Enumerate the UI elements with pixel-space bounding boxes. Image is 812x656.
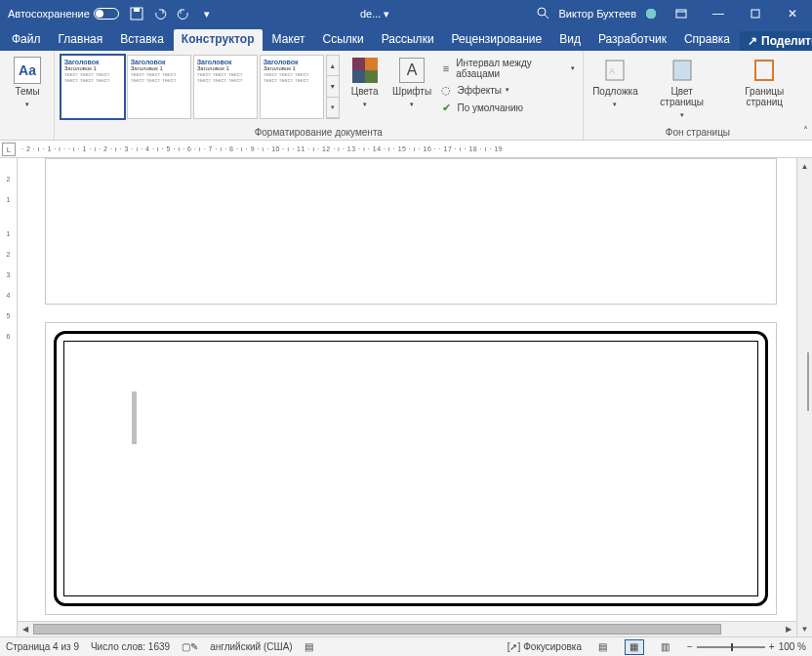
svg-rect-10 [755,61,773,80]
share-icon: ↗ [748,34,757,48]
scroll-right-icon[interactable]: ▶ [781,622,796,636]
page-color-button[interactable]: Цвет страницы ▾ [645,55,719,122]
tab-layout[interactable]: Макет [264,29,313,51]
group-document-formatting: ЗаголовокЗаголовок 1текст текст текст те… [55,51,584,140]
tab-view[interactable]: Вид [551,29,589,51]
watermark-icon: A [601,57,629,84]
scroll-thumb[interactable] [807,352,809,411]
zoom-out-icon[interactable]: − [687,641,693,652]
gallery-down-icon[interactable]: ▼ [327,76,339,97]
spellcheck-icon[interactable]: ▢✎ [182,641,198,652]
group-page-background: A Подложка ▾ Цвет страницы ▾ Границы стр… [584,51,812,140]
fonts-button[interactable]: A Шрифты ▾ [390,55,434,111]
scroll-left-icon[interactable]: ◀ [18,622,33,636]
scroll-thumb-h[interactable] [33,624,721,635]
scrollbar-vertical[interactable]: ▲ ▼ [796,158,812,636]
colors-label: Цвета [351,86,379,97]
spacing-label: Интервал между абзацами [456,58,567,79]
tab-help[interactable]: Справка [676,29,738,51]
svg-rect-1 [134,8,140,12]
zoom-control[interactable]: − + 100 % [687,641,806,652]
avatar-icon[interactable] [642,5,660,22]
page-previous[interactable] [45,158,777,305]
gallery-more-icon[interactable]: ▾ [327,98,339,118]
tab-mailings[interactable]: Рассылки [374,29,442,51]
user-name: Виктор Бухтеев [559,8,636,20]
close-button[interactable]: ✕ [777,0,808,27]
tab-selector-icon[interactable]: L [2,143,16,156]
scroll-down-icon[interactable]: ▼ [797,621,812,636]
page-canvas[interactable] [18,158,812,636]
minimize-button[interactable]: — [703,0,734,27]
style-gallery[interactable]: ЗаголовокЗаголовок 1текст текст текст те… [61,55,340,119]
focus-mode-button[interactable]: [➚]Фокусировка [508,641,582,652]
themes-button[interactable]: Aa Темы ▾ [6,55,49,111]
title-bar: Автосохранение ▾ de... ▾ Виктор Бухтеев … [0,0,812,27]
autosave-label: Автосохранение [8,8,90,20]
share-button[interactable]: ↗ Поделиться [740,31,812,51]
chevron-down-icon: ▾ [363,99,367,109]
ribbon-tabs: Файл Главная Вставка Конструктор Макет С… [0,27,812,51]
ruler-horizontal[interactable]: L · 2 · ı · 1 · ı · · ı · 1 · ı · 2 · ı … [0,141,812,158]
svg-point-2 [538,8,546,16]
focus-icon: [➚] [508,641,521,652]
scroll-track-h[interactable] [33,622,781,636]
read-mode-icon[interactable]: ▤ [593,639,613,655]
status-words[interactable]: Число слов: 1639 [91,641,170,652]
status-language[interactable]: английский (США) [210,641,293,652]
page-current[interactable] [45,322,777,615]
set-default-button[interactable]: ✔По умолчанию [437,100,576,115]
svg-line-3 [545,15,548,19]
tab-file[interactable]: Файл [4,29,49,51]
tab-review[interactable]: Рецензирование [444,29,550,51]
effects-button[interactable]: ◌Эффекты▾ [437,82,576,98]
web-layout-icon[interactable]: ▥ [656,639,675,655]
redo-icon[interactable] [176,6,191,21]
maximize-button[interactable] [740,0,771,27]
default-label: По умолчанию [457,102,523,113]
tab-insert[interactable]: Вставка [112,29,172,51]
print-layout-icon[interactable]: ▦ [625,639,644,655]
search-icon[interactable] [536,6,549,21]
tab-design[interactable]: Конструктор [174,29,263,51]
formatting-stack: ≡Интервал между абзацами▾ ◌Эффекты▾ ✔По … [437,55,576,115]
ruler-vertical[interactable]: 2 1 1 2 3 4 5 6 [0,158,18,636]
macro-icon[interactable]: ▤ [304,641,313,652]
check-icon: ✔ [439,101,453,114]
colors-button[interactable]: Цвета ▾ [344,55,386,111]
gallery-item[interactable]: ЗаголовокЗаголовок 1текст текст текст те… [61,55,125,119]
document-area: 2 1 1 2 3 4 5 6 ▲ ▼ ◀ ▶ [0,158,812,636]
paragraph-spacing-button[interactable]: ≡Интервал между абзацами▾ [437,57,576,80]
ribbon-display-icon[interactable] [666,0,697,27]
effects-icon: ◌ [439,83,453,97]
zoom-slider[interactable] [697,646,765,648]
status-page[interactable]: Страница 4 из 9 [6,641,79,652]
collapse-ribbon-icon[interactable]: ˄ [803,125,808,136]
autosave-toggle[interactable]: Автосохранение [8,8,119,20]
zoom-value[interactable]: 100 % [779,641,806,652]
zoom-in-icon[interactable]: + [769,641,775,652]
spacing-icon: ≡ [439,62,452,75]
scrollbar-horizontal[interactable]: ◀ ▶ [18,621,796,636]
tab-home[interactable]: Главная [51,29,111,51]
gallery-item[interactable]: ЗаголовокЗаголовок 1текст текст текст те… [260,55,324,119]
page-borders-button[interactable]: Границы страниц [722,55,806,109]
gallery-up-icon[interactable]: ▲ [327,56,339,76]
save-icon[interactable] [129,6,144,21]
switch-icon [94,8,119,20]
effects-label: Эффекты [457,85,501,96]
tab-developer[interactable]: Разработчик [590,29,674,51]
document-title: de... ▾ [215,8,536,20]
fonts-label: Шрифты [392,86,431,97]
undo-icon[interactable] [152,6,168,21]
svg-rect-6 [751,10,759,18]
watermark-button[interactable]: A Подложка ▾ [589,55,641,111]
gallery-item[interactable]: ЗаголовокЗаголовок 1текст текст текст те… [193,55,258,119]
gallery-item[interactable]: ЗаголовокЗаголовок 1текст текст текст те… [127,55,191,119]
chevron-down-icon: ▾ [680,109,684,120]
qat-dropdown-icon[interactable]: ▾ [199,6,215,21]
tab-references[interactable]: Ссылки [314,29,371,51]
fonts-icon: A [399,58,425,83]
scroll-up-icon[interactable]: ▲ [797,158,812,174]
svg-rect-4 [676,10,686,18]
